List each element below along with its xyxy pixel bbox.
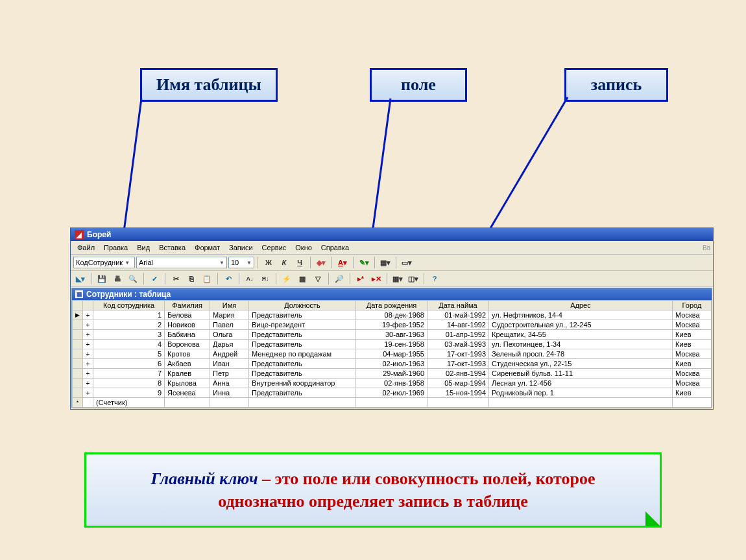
cell-position[interactable]: Вице-президент — [249, 320, 356, 330]
cell-id[interactable]: 2 — [93, 320, 165, 330]
cell-lastname[interactable]: Новиков — [165, 320, 210, 330]
menu-file[interactable]: Файл — [73, 242, 99, 253]
filter-toggle-button[interactable]: ▽ — [311, 272, 325, 285]
expand-icon[interactable]: + — [83, 359, 93, 369]
col-firstname[interactable]: Имя — [210, 301, 249, 310]
menu-edit[interactable]: Правка — [100, 242, 132, 253]
table-row[interactable]: +7КралевПетрПредставитель29-май-196002-я… — [73, 369, 712, 379]
table-row[interactable]: +9ЯсеневаИннаПредставитель02-июл-196915-… — [73, 388, 712, 398]
cell-firstname[interactable]: Дарья — [210, 340, 249, 349]
cell-hiredate[interactable]: 17-окт-1993 — [427, 349, 489, 359]
underline-button[interactable]: Ч — [293, 256, 307, 269]
row-selector-header[interactable] — [73, 301, 83, 310]
filter-sel-button[interactable]: ⚡ — [280, 272, 294, 285]
help-button[interactable]: ? — [427, 272, 442, 285]
cell-id[interactable]: 3 — [93, 330, 165, 340]
cell-birthdate[interactable]: 19-фев-1952 — [356, 320, 427, 330]
cell-lastname[interactable]: Кротов — [165, 349, 210, 359]
cell-hiredate[interactable]: 01-апр-1992 — [427, 330, 489, 340]
cell-firstname[interactable]: Мария — [210, 310, 249, 320]
expand-icon[interactable]: + — [83, 349, 93, 359]
field-selector[interactable]: КодСотрудник▼ — [73, 257, 135, 268]
cell-city[interactable]: Киев — [673, 359, 712, 369]
bold-button[interactable]: Ж — [261, 256, 276, 269]
cell-firstname[interactable]: Инна — [210, 388, 249, 398]
cell-address[interactable]: ул. Пехотинцев, 1-34 — [489, 340, 673, 349]
window-titlebar[interactable]: ◢ Борей — [71, 228, 713, 241]
cell-address[interactable]: Родниковый пер. 1 — [489, 388, 673, 398]
table-row[interactable]: +4ВороноваДарьяПредставитель19-сен-19580… — [73, 340, 712, 349]
expand-icon[interactable]: + — [83, 388, 93, 398]
row-selector[interactable]: ▶ — [73, 310, 83, 320]
cell-id[interactable]: 7 — [93, 369, 165, 379]
cell-hiredate[interactable]: 14-авг-1992 — [427, 320, 489, 330]
cut-button[interactable]: ✂ — [169, 272, 183, 285]
cell-position[interactable]: Представитель — [249, 359, 356, 369]
filter-form-button[interactable]: ▦ — [295, 272, 309, 285]
cell-lastname[interactable]: Кралев — [165, 369, 210, 379]
row-selector[interactable] — [73, 388, 83, 398]
spell-button[interactable]: ✓ — [147, 272, 162, 285]
grid-button[interactable]: ▦▾ — [378, 256, 392, 269]
new-record-button[interactable]: ▸* — [354, 272, 368, 285]
row-selector[interactable] — [73, 349, 83, 359]
new-object-button[interactable]: ◫▾ — [406, 272, 420, 285]
cell-address[interactable]: Лесная ул. 12-456 — [489, 379, 673, 388]
copy-button[interactable]: ⎘ — [184, 272, 199, 285]
cell-lastname[interactable]: Крылова — [165, 379, 210, 388]
cell-position[interactable]: Представитель — [249, 310, 356, 320]
cell-birthdate[interactable]: 08-дек-1968 — [356, 310, 427, 320]
new-row[interactable]: *(Счетчик) — [73, 398, 712, 408]
cell-city[interactable]: Москва — [673, 349, 712, 359]
preview-button[interactable]: 🔍 — [126, 272, 140, 285]
table-row[interactable]: +8КрыловаАннаВнутренний координатор02-ян… — [73, 379, 712, 388]
cell-hiredate[interactable]: 05-мар-1994 — [427, 379, 489, 388]
cell-position[interactable]: Представитель — [249, 330, 356, 340]
cell-firstname[interactable]: Анна — [210, 379, 249, 388]
expand-icon[interactable]: + — [83, 340, 93, 349]
db-window-button[interactable]: ▦▾ — [391, 272, 405, 285]
cell-id[interactable]: 4 — [93, 340, 165, 349]
cell-hiredate[interactable]: 15-ноя-1994 — [427, 388, 489, 398]
cell-id[interactable]: 6 — [93, 359, 165, 369]
table-row[interactable]: +6АкбаевИванПредставитель02-июл-196317-о… — [73, 359, 712, 369]
cell-position[interactable]: Внутренний координатор — [249, 379, 356, 388]
cell-city[interactable]: Москва — [673, 379, 712, 388]
menu-service[interactable]: Сервис — [258, 242, 291, 253]
fill-color-button[interactable]: ◆▾ — [314, 256, 328, 269]
col-hiredate[interactable]: Дата найма — [427, 301, 489, 310]
new-row-marker[interactable]: * — [73, 398, 83, 408]
sort-desc-button[interactable]: Я↓ — [258, 272, 272, 285]
menu-records[interactable]: Записи — [225, 242, 257, 253]
cell-birthdate[interactable]: 04-мар-1955 — [356, 349, 427, 359]
cell-lastname[interactable]: Бабкина — [165, 330, 210, 340]
cell-city[interactable]: Киев — [673, 340, 712, 349]
menu-format[interactable]: Формат — [191, 242, 224, 253]
col-id[interactable]: Код сотрудника — [93, 301, 165, 310]
expand-header[interactable] — [83, 301, 93, 310]
row-selector[interactable] — [73, 320, 83, 330]
cell-firstname[interactable]: Павел — [210, 320, 249, 330]
row-selector[interactable] — [73, 379, 83, 388]
expand-icon[interactable]: + — [83, 330, 93, 340]
font-color-button[interactable]: A▾ — [335, 256, 350, 269]
undo-button[interactable]: ↶ — [221, 272, 235, 285]
cell-city[interactable]: Киев — [673, 330, 712, 340]
find-button[interactable]: 🔎 — [332, 272, 346, 285]
cell-position[interactable]: Менеджер по продажам — [249, 349, 356, 359]
table-row[interactable]: ▶+1БеловаМарияПредставитель08-дек-196801… — [73, 310, 712, 320]
border-button[interactable]: ▭▾ — [400, 256, 414, 269]
table-row[interactable]: +2НовиковПавелВице-президент19-фев-19521… — [73, 320, 712, 330]
expand-icon[interactable]: + — [83, 369, 93, 379]
col-birthdate[interactable]: Дата рождения — [356, 301, 427, 310]
cell-birthdate[interactable]: 30-авг-1963 — [356, 330, 427, 340]
cell-address[interactable]: Судостроительная ул., 12-245 — [489, 320, 673, 330]
expand-icon[interactable]: + — [83, 320, 93, 330]
cell-birthdate[interactable]: 02-июл-1969 — [356, 388, 427, 398]
cell-position[interactable]: Представитель — [249, 388, 356, 398]
col-city[interactable]: Город — [673, 301, 712, 310]
cell-lastname[interactable]: Белова — [165, 310, 210, 320]
menu-view[interactable]: Вид — [133, 242, 154, 253]
cell-hiredate[interactable]: 17-окт-1993 — [427, 359, 489, 369]
cell-city[interactable]: Москва — [673, 369, 712, 379]
